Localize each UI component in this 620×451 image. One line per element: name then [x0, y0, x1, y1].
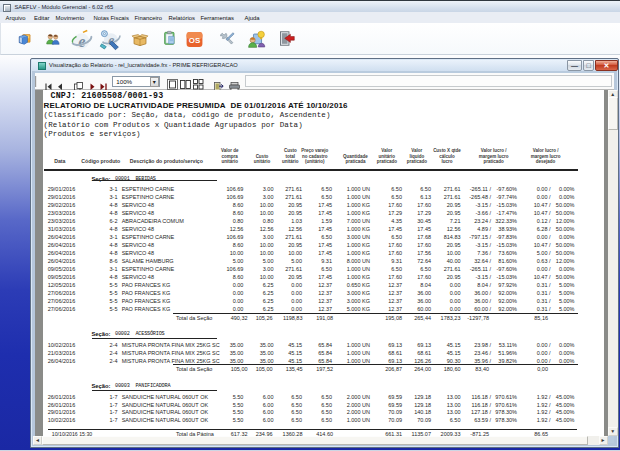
svg-text:e: e	[78, 31, 85, 50]
svg-text:OS: OS	[189, 36, 200, 45]
